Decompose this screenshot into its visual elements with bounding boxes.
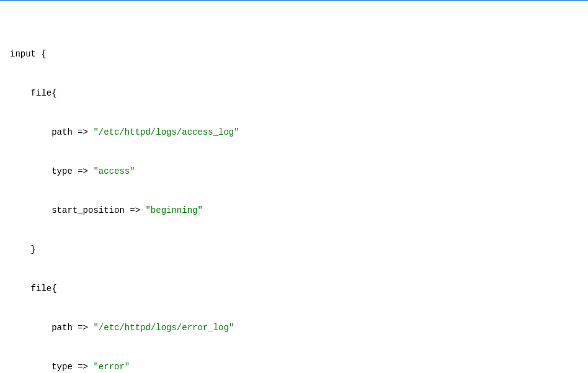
editor-container: input { file{ path => "/etc/httpd/logs/a… — [0, 0, 588, 373]
code-area[interactable]: input { file{ path => "/etc/httpd/logs/a… — [0, 6, 588, 373]
line-7: file{ — [10, 282, 578, 295]
line-8: path => "/etc/httpd/logs/error_log" — [10, 321, 578, 335]
line-1: input { — [10, 48, 578, 61]
line-9: type => "error" — [10, 361, 578, 373]
line-3: path => "/etc/httpd/logs/access_log" — [10, 126, 578, 139]
line-2: file{ — [10, 87, 578, 100]
line-6: } — [10, 243, 578, 256]
line-5: start_position => "beginning" — [10, 204, 578, 217]
line-4: type => "access" — [10, 165, 578, 178]
